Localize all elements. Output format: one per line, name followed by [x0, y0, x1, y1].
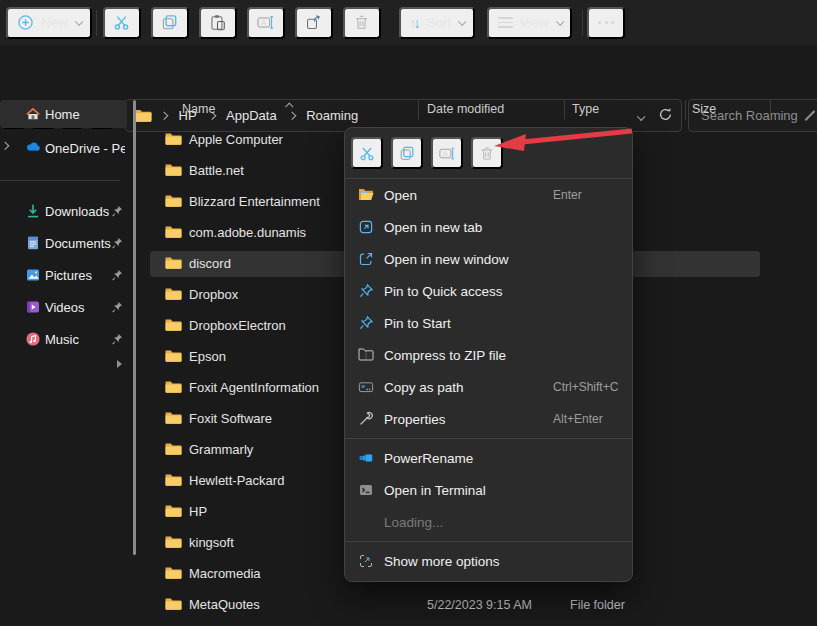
context-copy-button[interactable] — [391, 137, 423, 169]
pin-outline-icon — [358, 315, 374, 331]
column-divider[interactable] — [564, 100, 565, 120]
sidebar-item-label: Documents — [45, 236, 111, 251]
menu-item-label: Copy as path — [384, 380, 464, 395]
toolbar-divider — [96, 10, 97, 36]
menu-item-copy-as-path[interactable]: Copy as pathCtrl+Shift+C — [345, 371, 632, 403]
column-divider[interactable] — [770, 100, 771, 120]
pin-outline-icon — [358, 283, 374, 299]
column-header-name[interactable]: Name — [182, 102, 215, 116]
open-folder-icon — [358, 187, 374, 203]
menu-item-powerrename[interactable]: PowerRename — [345, 442, 632, 474]
sidebar-item-label: Music — [45, 332, 79, 347]
rename-button[interactable]: A — [247, 7, 285, 39]
folder-icon — [165, 411, 182, 426]
sidebar-item-downloads[interactable]: Downloads — [0, 197, 127, 225]
folder-icon — [165, 473, 182, 488]
menu-item-show-more-options[interactable]: Show more options — [345, 545, 632, 577]
sidebar-item-onedrive-pers[interactable]: OneDrive - Pers — [0, 134, 127, 162]
menu-item-label: Loading... — [384, 515, 443, 530]
folder-icon — [165, 287, 182, 302]
column-header-type[interactable]: Type — [572, 102, 599, 116]
view-button[interactable]: View — [487, 7, 573, 39]
file-name: Grammarly — [189, 442, 253, 457]
context-rename-button[interactable]: A — [431, 137, 463, 169]
expand-chevron-icon[interactable] — [1, 142, 9, 150]
folder-icon — [165, 566, 182, 581]
delete-button[interactable] — [343, 7, 381, 39]
sidebar: HomeOneDrive - PersDownloadsDocumentsPic… — [0, 95, 148, 626]
paste-button[interactable] — [199, 7, 237, 39]
cut-button[interactable] — [103, 7, 141, 39]
plus-circle-icon — [17, 14, 34, 31]
file-name: discord — [189, 256, 231, 271]
context-cut-button[interactable] — [351, 137, 383, 169]
music-icon — [25, 331, 41, 347]
menu-item-pin-to-quick-access[interactable]: Pin to Quick access — [345, 275, 632, 307]
menu-item-open[interactable]: OpenEnter — [345, 179, 632, 211]
context-menu: A OpenEnterOpen in new tabOpen in new wi… — [344, 127, 633, 582]
view-list-icon — [498, 17, 513, 28]
sidebar-item-videos[interactable]: Videos — [0, 293, 127, 321]
copy-icon — [161, 14, 178, 31]
menu-item-properties[interactable]: PropertiesAlt+Enter — [345, 403, 632, 435]
command-bar: New A ↑↓ Sort View — [0, 0, 817, 45]
menu-item-label: Compress to ZIP file — [384, 348, 506, 363]
folder-icon — [165, 194, 182, 209]
sort-button-label: Sort — [427, 15, 452, 30]
column-header-row: Name Date modified Type Size — [148, 95, 817, 125]
sidebar-scrollbar[interactable] — [133, 100, 136, 555]
chevron-down-icon — [459, 17, 467, 25]
power-rename-icon — [358, 450, 374, 466]
sort-button[interactable]: ↑↓ Sort — [399, 7, 475, 39]
see-more-button[interactable] — [587, 7, 625, 39]
menu-item-label: Open in Terminal — [384, 483, 486, 498]
file-name: Apple Computer — [189, 132, 283, 147]
sidebar-item-label: Pictures — [45, 268, 92, 283]
file-name: DropboxElectron — [189, 318, 286, 333]
ellipsis-icon — [598, 21, 614, 24]
copy-path-icon — [358, 379, 374, 395]
tree-expander-icon[interactable] — [117, 360, 122, 368]
folder-icon — [165, 442, 182, 457]
folder-icon — [165, 163, 182, 178]
menu-item-label: Properties — [384, 412, 446, 427]
onedrive-icon — [25, 140, 41, 156]
sidebar-divider — [0, 180, 120, 181]
file-row-metaquotes[interactable]: MetaQuotes5/22/2023 9:15 AMFile folder — [150, 592, 760, 618]
sidebar-item-pictures[interactable]: Pictures — [0, 261, 127, 289]
rename-icon: A — [257, 14, 274, 31]
paste-icon — [209, 14, 226, 31]
sidebar-item-home[interactable]: Home — [0, 100, 127, 128]
annotation-arrow — [480, 122, 650, 167]
sort-arrows-icon: ↑↓ — [410, 15, 418, 31]
file-name: com.adobe.dunamis — [189, 225, 306, 240]
column-header-size[interactable]: Size — [692, 102, 716, 116]
menu-item-shortcut: Alt+Enter — [553, 412, 603, 426]
file-name: HP — [189, 504, 207, 519]
sidebar-item-music[interactable]: Music — [0, 325, 127, 353]
folder-icon — [165, 535, 182, 550]
menu-item-open-in-new-tab[interactable]: Open in new tab — [345, 211, 632, 243]
cut-icon — [359, 145, 375, 162]
copy-button[interactable] — [151, 7, 189, 39]
sidebar-item-documents[interactable]: Documents — [0, 229, 127, 257]
properties-wrench-icon — [358, 411, 374, 427]
menu-item-open-in-new-window[interactable]: Open in new window — [345, 243, 632, 275]
folder-icon — [165, 597, 182, 612]
file-name: Hewlett-Packard — [189, 473, 284, 488]
new-button[interactable]: New — [6, 7, 92, 39]
toolbar-divider — [582, 10, 583, 36]
menu-item-open-in-terminal[interactable]: Open in Terminal — [345, 474, 632, 506]
file-name: Foxit Software — [189, 411, 272, 426]
sidebar-item-label: OneDrive - Pers — [45, 141, 125, 156]
menu-item-compress-to-zip-file[interactable]: Compress to ZIP file — [345, 339, 632, 371]
column-divider[interactable] — [418, 100, 419, 120]
column-divider[interactable] — [685, 100, 686, 120]
folder-icon — [165, 349, 182, 364]
context-menu-divider — [345, 541, 632, 542]
menu-item-pin-to-start[interactable]: Pin to Start — [345, 307, 632, 339]
share-button[interactable] — [295, 7, 333, 39]
column-header-date[interactable]: Date modified — [427, 102, 504, 116]
svg-text:A: A — [261, 18, 267, 27]
menu-item-label: Show more options — [384, 554, 500, 569]
